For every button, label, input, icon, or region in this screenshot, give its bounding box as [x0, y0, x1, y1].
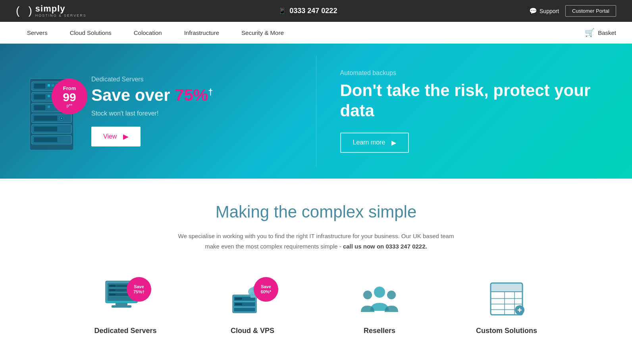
- svg-rect-2: [34, 83, 46, 89]
- customer-portal-button[interactable]: Customer Portal: [565, 5, 616, 17]
- svg-rect-13: [48, 106, 50, 108]
- price-number: 99: [63, 91, 76, 103]
- svg-rect-39: [234, 308, 255, 312]
- svg-rect-15: [34, 116, 58, 121]
- save-label-1: Save: [134, 284, 144, 289]
- hero-title-prefix: Save over: [91, 86, 175, 104]
- nav-link-cloud-solutions[interactable]: Cloud Solutions: [59, 22, 123, 44]
- save-amount-1: 75%†: [133, 289, 145, 295]
- nav-link-colocation[interactable]: Colocation: [123, 22, 173, 44]
- nav-item-servers[interactable]: Servers: [16, 22, 59, 44]
- card-dedicated-servers[interactable]: Save 75%†: [62, 271, 189, 346]
- cloud-vps-save-badge: Save 60%*: [254, 277, 278, 302]
- svg-point-46: [363, 291, 372, 299]
- hero-right-subtitle: Automated backups: [340, 69, 609, 77]
- custom-solutions-icon-wrap: [483, 279, 530, 319]
- hero-right: Automated backups Don't take the risk, p…: [316, 44, 632, 179]
- card-cloud-vps[interactable]: Save 60%*: [189, 271, 316, 346]
- svg-rect-21: [34, 137, 58, 143]
- top-bar: ( ) simply HOSTING & SERVERS 📱 0333 247 …: [0, 0, 632, 22]
- card-resellers[interactable]: Resellers: [316, 271, 443, 346]
- svg-rect-27: [110, 285, 116, 287]
- svg-rect-12: [34, 105, 46, 110]
- learn-more-button[interactable]: Learn more ▶: [340, 133, 409, 153]
- card-resellers-title: Resellers: [364, 327, 395, 335]
- logo-bracket-space: [23, 6, 25, 16]
- nav-item-security[interactable]: Security & More: [230, 22, 295, 44]
- logo-text: simply HOSTING & SERVERS: [35, 4, 87, 17]
- svg-rect-3: [48, 84, 50, 87]
- nav-link-infrastructure[interactable]: Infrastructure: [173, 22, 230, 44]
- section-title: Making the complex simple: [16, 202, 616, 221]
- hero-right-title: Don't take the risk, protect your data: [340, 81, 609, 121]
- phone-number: 📱 0333 247 0222: [278, 7, 337, 15]
- cloud-vps-icon-wrap: Save 60%*: [229, 279, 276, 319]
- price-badge: From 99 p**: [52, 79, 87, 114]
- card-custom-solutions-title: Custom Solutions: [476, 327, 537, 335]
- svg-rect-8: [34, 94, 46, 100]
- phone-text: 0333 247 0222: [289, 7, 337, 15]
- view-button[interactable]: View ▶: [91, 127, 141, 146]
- logo-simply: simply: [35, 4, 87, 13]
- support-label: Support: [540, 8, 559, 14]
- svg-rect-38: [235, 303, 242, 305]
- nav-link-servers[interactable]: Servers: [16, 22, 59, 44]
- svg-rect-9: [48, 95, 50, 97]
- svg-rect-32: [112, 305, 131, 308]
- section-desc: We specialise in working with you to fin…: [177, 231, 455, 251]
- hero-subtitle: Dedicated Servers: [91, 76, 292, 83]
- hero-left-text: Dedicated Servers Save over 75%† Stock w…: [91, 76, 292, 146]
- logo[interactable]: ( ) simply HOSTING & SERVERS: [16, 4, 87, 17]
- price-suffix: p**: [67, 103, 73, 108]
- svg-point-47: [387, 291, 396, 299]
- save-amount-2: 60%*: [261, 289, 271, 295]
- svg-rect-33: [106, 301, 137, 303]
- card-custom-solutions[interactable]: Custom Solutions: [443, 271, 570, 346]
- learn-more-label: Learn more: [353, 139, 385, 146]
- basket-label: Basket: [598, 29, 616, 36]
- logo-sub: HOSTING & SERVERS: [35, 14, 87, 18]
- svg-rect-36: [235, 298, 242, 300]
- server-illustration: From 99 p**: [24, 67, 79, 156]
- section-desc-cta: call us now on 0333 247 0222.: [343, 243, 427, 250]
- hero-title-sup: †: [208, 87, 213, 97]
- arrow-icon: ▶: [123, 132, 129, 141]
- nav-link-security[interactable]: Security & More: [230, 22, 295, 44]
- save-label-2: Save: [261, 284, 271, 289]
- card-dedicated-servers-title: Dedicated Servers: [94, 327, 156, 335]
- svg-rect-30: [110, 294, 116, 295]
- svg-rect-4: [52, 84, 54, 87]
- hero-tagline: Stock won't last forever!: [91, 110, 292, 117]
- svg-rect-29: [110, 289, 116, 291]
- nav-item-colocation[interactable]: Colocation: [123, 22, 173, 44]
- feature-cards: Save 75%†: [16, 271, 616, 346]
- phone-icon: 📱: [278, 7, 286, 15]
- basket-icon: 🛒: [585, 28, 595, 37]
- svg-rect-19: [34, 126, 58, 132]
- card-cloud-vps-title: Cloud & VPS: [231, 327, 274, 335]
- view-button-label: View: [103, 133, 117, 140]
- top-right-actions: 💬 Support Customer Portal: [529, 5, 616, 17]
- hero-banner: From 99 p**: [0, 44, 632, 179]
- svg-point-17: [61, 117, 62, 119]
- nav-item-infrastructure[interactable]: Infrastructure: [173, 22, 230, 44]
- svg-rect-49: [491, 283, 522, 292]
- svg-rect-31: [116, 303, 127, 305]
- logo-bracket-open: (: [16, 4, 19, 17]
- nav-links: Servers Cloud Solutions Colocation Infra…: [16, 22, 295, 44]
- custom-solutions-icon: [485, 281, 528, 317]
- hero-left: From 99 p**: [0, 44, 316, 179]
- hero-title: Save over 75%†: [91, 86, 292, 104]
- basket-link[interactable]: 🛒 Basket: [585, 28, 616, 37]
- hero-title-accent: 75%: [175, 86, 208, 104]
- svg-point-45: [374, 287, 385, 298]
- chat-icon: 💬: [529, 7, 537, 15]
- nav-item-cloud-solutions[interactable]: Cloud Solutions: [59, 22, 123, 44]
- dedicated-servers-icon-wrap: Save 75%†: [102, 279, 149, 319]
- support-button[interactable]: 💬 Support: [529, 7, 559, 15]
- resellers-icon-wrap: [356, 279, 403, 319]
- resellers-icon: [358, 281, 401, 317]
- learn-more-arrow-icon: ▶: [391, 139, 396, 146]
- logo-bracket-close: ): [28, 4, 32, 17]
- nav-bar: Servers Cloud Solutions Colocation Infra…: [0, 22, 632, 44]
